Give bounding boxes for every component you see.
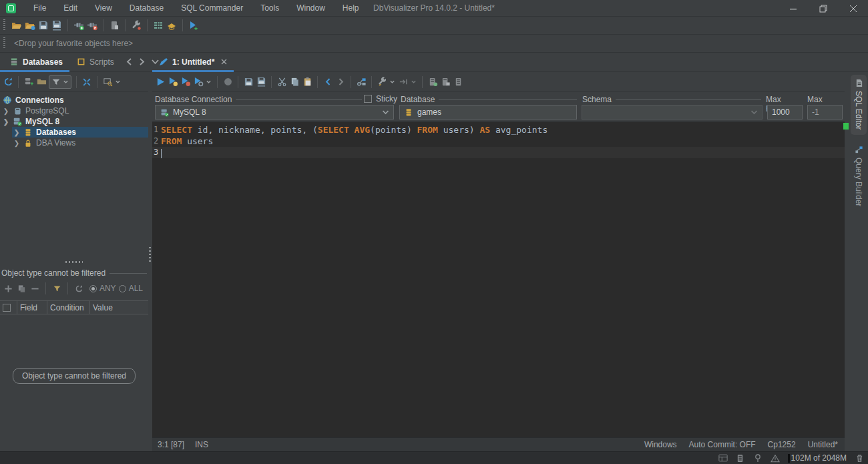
open-file-icon[interactable] (11, 20, 22, 31)
refresh-filter-icon[interactable] (73, 283, 84, 294)
save-icon[interactable] (38, 20, 49, 31)
tree-row-connections[interactable]: Connections (0, 95, 148, 105)
menu-window[interactable]: Window (288, 0, 334, 16)
sql-tools-dropdown-icon[interactable] (389, 79, 396, 85)
connect-icon[interactable] (73, 20, 84, 31)
menu-view[interactable]: View (86, 0, 121, 16)
chevron-right-icon[interactable]: ❯ (13, 140, 20, 147)
execute-current-icon[interactable] (168, 77, 178, 87)
connection-combo[interactable]: MySQL 8 (155, 105, 394, 120)
refresh-icon[interactable] (3, 77, 13, 87)
warnings-status-icon[interactable] (771, 453, 780, 463)
tree-row-postgresql[interactable]: ❯ PostgreSQL (0, 105, 148, 116)
menu-file[interactable]: File (25, 0, 55, 16)
collapse-all-icon[interactable] (81, 77, 92, 87)
monitor-icon[interactable] (453, 77, 463, 87)
driver-manager-icon[interactable] (166, 20, 177, 31)
close-button[interactable] (838, 0, 868, 17)
execute-buffer-icon[interactable] (180, 77, 191, 87)
save-as-icon[interactable] (51, 20, 62, 31)
schema-combo[interactable] (582, 105, 763, 120)
commit-icon[interactable] (109, 20, 120, 31)
splitter-handle[interactable] (149, 247, 151, 262)
chevron-right-icon[interactable]: ❯ (13, 129, 20, 136)
code-line[interactable]: 2 FROM users (152, 136, 845, 147)
pin-status-icon[interactable] (753, 453, 763, 463)
continue-icon[interactable] (398, 77, 409, 87)
gc-trash-icon[interactable] (855, 453, 864, 463)
locate-icon[interactable] (102, 77, 113, 87)
execute-icon[interactable] (155, 77, 166, 87)
tab-databases[interactable]: Databases (0, 52, 69, 71)
create-folder-icon[interactable] (36, 77, 47, 87)
column-field[interactable]: Field (17, 301, 47, 314)
panel-splitter-handle[interactable] (65, 261, 83, 263)
add-filter-icon[interactable] (3, 283, 13, 294)
sql-code-editor[interactable]: 1 SELECT id, nickname, points, (SELECT A… (152, 122, 845, 437)
vtab-query-builder[interactable]: Query Builder (851, 142, 867, 212)
filter-toggle[interactable] (49, 75, 71, 89)
filter-disabled-button[interactable]: Object type cannot be filtered (13, 368, 136, 384)
menu-sql-commander[interactable]: SQL Commander (172, 0, 252, 16)
remove-filter-icon[interactable] (29, 283, 40, 294)
save-sql-icon[interactable] (243, 77, 254, 87)
max-chars-input[interactable]: -1 (807, 105, 843, 120)
tab-next-icon[interactable] (139, 58, 145, 65)
explain-plan-icon[interactable] (356, 77, 367, 87)
create-connection-icon[interactable] (23, 77, 34, 87)
disconnect-icon[interactable] (87, 20, 97, 31)
memory-indicator[interactable]: 102M of 2048M (788, 453, 847, 463)
new-connection-icon[interactable] (188, 20, 199, 31)
menu-tools[interactable]: Tools (252, 0, 288, 16)
tool-properties-icon[interactable] (131, 20, 142, 31)
favorites-grip[interactable] (3, 37, 5, 49)
export-grid-icon[interactable] (153, 20, 164, 31)
cut-icon[interactable] (276, 77, 287, 87)
back-icon[interactable] (322, 77, 333, 87)
code-line[interactable]: 1 SELECT id, nickname, points, (SELECT A… (152, 124, 845, 136)
minimize-button[interactable] (778, 0, 808, 17)
tab-prev-icon[interactable] (126, 58, 132, 65)
open-bookmarked-icon[interactable] (25, 20, 35, 31)
menu-edit[interactable]: Edit (55, 0, 86, 16)
chevron-down-icon[interactable]: ❯︎ (3, 118, 9, 126)
vtab-sql-editor[interactable]: SQL Editor (851, 75, 867, 135)
restore-button[interactable] (808, 0, 838, 17)
continue-dropdown-icon[interactable] (411, 79, 417, 85)
tab-scripts[interactable]: Scripts (69, 52, 121, 71)
menu-database[interactable]: Database (121, 0, 172, 16)
locate-dropdown-icon[interactable] (115, 79, 122, 85)
stop-icon[interactable] (222, 77, 233, 87)
paste-icon[interactable] (302, 77, 312, 87)
grid-status-icon[interactable] (718, 453, 728, 463)
database-combo[interactable]: games (399, 105, 577, 120)
bookmarks-icon[interactable] (440, 77, 451, 87)
chevron-down-icon[interactable] (382, 109, 389, 115)
history-icon[interactable] (427, 77, 438, 87)
code-line-current[interactable]: 3 (152, 147, 845, 158)
tree-row-dba-views[interactable]: ❯ DBA Views (12, 138, 148, 148)
apply-filter-icon[interactable] (51, 283, 62, 294)
match-any-radio[interactable] (89, 285, 97, 292)
copy-filter-icon[interactable] (16, 283, 27, 294)
chevron-down-icon[interactable] (750, 109, 758, 115)
toolbar-grip[interactable] (3, 19, 5, 31)
chevron-right-icon[interactable]: ❯ (3, 107, 9, 115)
filter-dropdown-icon[interactable] (63, 79, 69, 85)
sql-tools-icon[interactable] (377, 77, 387, 87)
connections-status-icon[interactable] (736, 453, 745, 463)
execute-dropdown-icon[interactable] (206, 79, 212, 85)
match-all-radio[interactable] (119, 285, 126, 292)
tab-close-icon[interactable] (221, 59, 227, 65)
execute-explain-icon[interactable] (193, 77, 204, 87)
tab-editor-untitled[interactable]: 1: Untitled* (152, 52, 234, 71)
save-sql-as-icon[interactable] (256, 77, 266, 87)
copy-icon[interactable] (289, 77, 300, 87)
sticky-checkbox[interactable] (364, 95, 372, 103)
tree-row-mysql8[interactable]: ❯︎ MySQL 8 (0, 116, 148, 127)
max-rows-input[interactable]: 1000 (767, 105, 803, 120)
column-value[interactable]: Value (90, 301, 148, 314)
forward-icon[interactable] (335, 77, 346, 87)
tree-row-databases[interactable]: ❯ Databases (12, 127, 148, 138)
menu-help[interactable]: Help (334, 0, 368, 16)
